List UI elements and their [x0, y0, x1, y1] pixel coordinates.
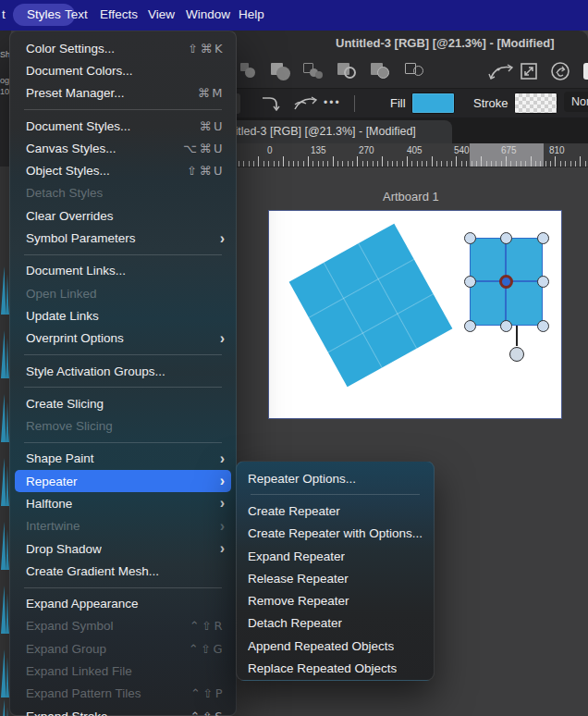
menu-item-label: Expand Appearance [26, 597, 139, 611]
menu-separator [24, 254, 222, 255]
menu-item-preset-manager[interactable]: Preset Manager...⌘M [10, 82, 236, 105]
fill-label: Fill [390, 96, 406, 110]
chevron-right-icon: › [220, 331, 225, 346]
menu-item-shortcut: ⌃⇧R [190, 619, 225, 633]
rotate-cycle-icon[interactable] [550, 61, 570, 85]
menu-item-replace-repeated-objects[interactable]: Replace Repeated Objects [237, 657, 434, 679]
menu-item-expand-repeater[interactable]: Expand Repeater [237, 545, 434, 567]
menu-bar-item-help[interactable]: Help [239, 7, 264, 21]
rotation-handle-stem [516, 326, 518, 346]
menu-item-append-repeated-objects[interactable]: Append Repeated Objects [237, 635, 434, 657]
menu-item-label: Clear Overrides [26, 209, 114, 223]
menu-item-shortcut: ⌃⇧S [190, 710, 225, 716]
chevron-right-icon: › [220, 496, 225, 511]
scale-transform-icon[interactable] [520, 62, 538, 84]
menu-item-create-repeater-with-options[interactable]: Create Repeater with Options... [237, 523, 434, 545]
handle-bottom-center[interactable] [500, 320, 512, 332]
menu-item-label: Object Styles... [26, 164, 110, 178]
menu-item-label: Create Slicing [26, 397, 104, 411]
stroke-label: Stroke [473, 96, 508, 110]
pathfinder-union-icon[interactable] [270, 62, 292, 80]
corner-radius-icon[interactable] [261, 94, 281, 117]
handle-top-center[interactable] [500, 232, 512, 244]
menu-item-detach-repeater[interactable]: Detach Repeater [237, 612, 434, 635]
menu-separator [24, 387, 222, 388]
menu-item-repeater-options[interactable]: Repeater Options... [237, 467, 434, 489]
handle-top-right[interactable] [537, 232, 549, 244]
more-options-icon[interactable]: ••• [324, 96, 341, 109]
menu-item-label: Expand Pattern Tiles [26, 686, 141, 700]
menu-bar-item-text[interactable]: Text [65, 7, 88, 21]
menu-item-overprint-options[interactable]: Overprint Options› [10, 327, 236, 350]
menu-separator [251, 494, 420, 495]
menu-item-document-styles[interactable]: Document Styles...⌘U [10, 115, 236, 137]
handle-center-origin[interactable] [499, 275, 513, 289]
menu-item-label: Remove Repeater [248, 594, 349, 608]
menu-item-document-links[interactable]: Document Links... [10, 260, 236, 282]
menu-item-shortcut: ⌘M [198, 86, 225, 100]
menu-item-label: Repeater [26, 475, 78, 488]
menu-bar-item-window[interactable]: Window [186, 7, 230, 21]
menu-item-canvas-styles[interactable]: Canvas Styles...⌥⌘U [10, 137, 236, 159]
menu-bar-item-view[interactable]: View [148, 7, 175, 21]
document-tab[interactable]: ntitled-3 [RGB] [@21.3%] - [Modified] [220, 120, 452, 143]
menu-item-label: Canvas Styles... [26, 142, 116, 155]
menu-item-label: Shape Paint [26, 451, 94, 465]
menu-item-symbol-parameters[interactable]: Symbol Parameters› [10, 227, 236, 249]
fill-color-swatch[interactable] [411, 93, 455, 114]
artboard-label[interactable]: Artboard 1 [383, 190, 439, 204]
menu-item-create-slicing[interactable]: Create Slicing [10, 392, 236, 414]
app-screen: Sh og 10 Untitled-3 [RGB] [@21.3%] - [Mo… [0, 0, 588, 716]
blend-mode-dropdown[interactable]: Nor [564, 92, 588, 112]
repeater-submenu-panel: Repeater Options...Create RepeaterCreate… [236, 461, 435, 681]
menu-item-label: Document Colors... [26, 64, 133, 78]
pathfinder-divide-icon[interactable] [370, 62, 392, 80]
rotation-handle[interactable] [509, 347, 524, 362]
menu-item-clear-overrides[interactable]: Clear Overrides [10, 204, 236, 227]
handle-mid-right[interactable] [537, 276, 549, 288]
menu-item-label: Detach Styles [26, 186, 103, 200]
menu-item-expand-symbol: Expand Symbol⌃⇧R [10, 615, 236, 637]
menu-item-label: Expand Symbol [26, 619, 114, 633]
menu-item-expand-appearance[interactable]: Expand Appearance [10, 593, 236, 615]
menu-item-shape-paint[interactable]: Shape Paint› [10, 448, 236, 470]
menu-item-label: Create Repeater with Options... [248, 526, 423, 540]
menu-item-expand-stroke[interactable]: Expand Stroke⌃⇧S [10, 705, 236, 716]
ruler-label: 135 [311, 145, 326, 155]
menu-item-label: Create Gradient Mesh... [26, 564, 159, 578]
handle-bottom-left[interactable] [464, 320, 476, 332]
menu-item-create-repeater[interactable]: Create Repeater [237, 500, 434, 522]
menu-item-remove-repeater[interactable]: Remove Repeater [237, 589, 434, 611]
pathfinder-subtract-icon[interactable] [337, 62, 359, 80]
menu-item-label: Intertwine [26, 519, 80, 533]
menu-item-color-settings[interactable]: Color Settings...⇧⌘K [10, 37, 236, 59]
menu-item-label: Create Repeater [248, 504, 340, 518]
handle-mid-left[interactable] [464, 276, 476, 288]
menu-item-update-links[interactable]: Update Links [10, 304, 236, 327]
menu-item-drop-shadow[interactable]: Drop Shadow› [10, 537, 236, 560]
stroke-color-swatch[interactable] [514, 93, 557, 114]
pathfinder-intersect-icon[interactable] [239, 62, 262, 80]
menu-item-document-colors[interactable]: Document Colors... [10, 59, 236, 81]
menu-bar: t Styles TextEffectsViewWindowHelp [0, 0, 588, 31]
smooth-curve-icon[interactable] [293, 94, 317, 117]
menu-item-label: Replace Repeated Objects [248, 661, 397, 675]
menu-item-object-styles[interactable]: Object Styles...⇧⌘U [10, 159, 236, 181]
menu-item-style-activation-groups[interactable]: Style Activation Groups... [10, 360, 236, 382]
pathfinder-outline-icon[interactable] [404, 62, 426, 80]
chevron-right-icon: › [220, 541, 225, 556]
menu-item-create-gradient-mesh[interactable]: Create Gradient Mesh... [10, 560, 236, 582]
menu-bar-clipped-item: t [2, 7, 6, 21]
menu-item-shortcut: ⇧⌘K [188, 42, 225, 56]
menu-item-label: Halftone [26, 497, 72, 511]
menu-item-label: Preset Manager... [26, 86, 125, 100]
menu-bar-item-effects[interactable]: Effects [100, 7, 138, 21]
menu-item-halftone[interactable]: Halftone› [10, 492, 236, 514]
pathfinder-exclude-icon[interactable] [302, 62, 325, 80]
handle-top-left[interactable] [464, 232, 476, 244]
menu-item-release-repeater[interactable]: Release Repeater [237, 567, 434, 589]
menu-item-repeater[interactable]: Repeater› [15, 470, 231, 492]
handle-bottom-right[interactable] [537, 320, 549, 332]
panel-text-fragment: 10 [0, 87, 9, 96]
curve-handles-icon[interactable] [488, 61, 514, 85]
